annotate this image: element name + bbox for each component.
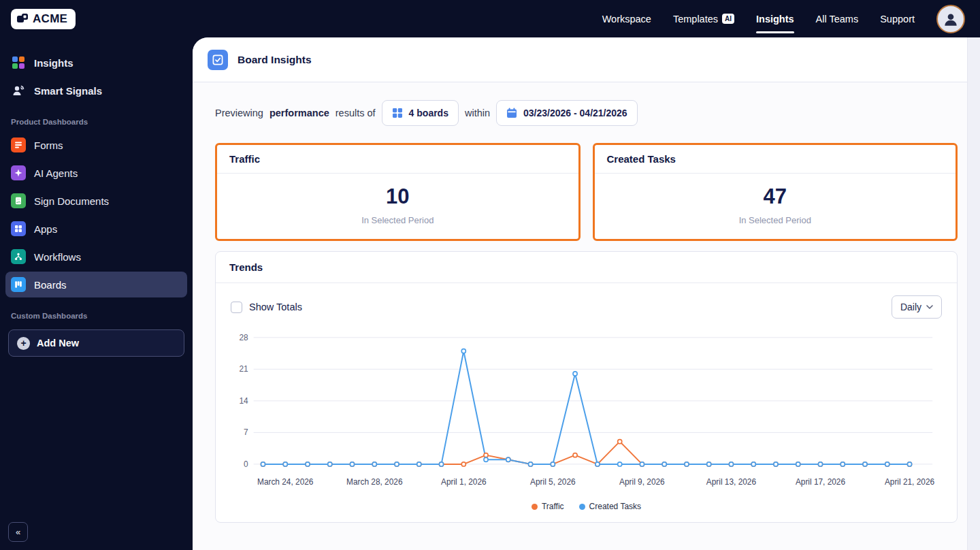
acme-logo-icon: [16, 13, 29, 25]
svg-text:28: 28: [240, 333, 249, 342]
trends-card: Trends Show Totals Daily 07142128March 2…: [215, 251, 958, 523]
stat-body: 10 In Selected Period: [217, 174, 578, 239]
interval-select[interactable]: Daily: [892, 295, 942, 319]
svg-text:April 17, 2026: April 17, 2026: [796, 477, 846, 487]
legend-dot-icon: [579, 504, 585, 510]
board-insights-header: Board Insights: [193, 37, 980, 82]
acme-logo[interactable]: ACME: [11, 9, 76, 29]
stat-value: 10: [217, 184, 578, 209]
boards-selector-label: 4 boards: [409, 108, 448, 118]
sidebar: Insights Smart Signals Product Dashboard…: [0, 37, 193, 550]
nav-label: Templates: [673, 14, 718, 25]
sidebar-item-label: Boards: [34, 279, 67, 291]
svg-text:April 1, 2026: April 1, 2026: [441, 477, 487, 487]
plus-icon: +: [17, 337, 30, 350]
legend-item: Traffic: [532, 502, 564, 511]
nav-label: Support: [880, 14, 915, 25]
chart-legend: TrafficCreated Tasks: [216, 500, 957, 522]
boards-icon: [11, 277, 26, 292]
svg-text:April 5, 2026: April 5, 2026: [530, 477, 576, 487]
svg-text:March 24, 2026: March 24, 2026: [257, 477, 314, 487]
sign-documents-icon: [11, 193, 26, 208]
show-totals-checkbox[interactable]: [231, 302, 242, 313]
nav-item-templates[interactable]: Templates AI: [673, 14, 734, 25]
sidebar-item-label: AI Agents: [34, 167, 78, 179]
sidebar-item-workflows[interactable]: Workflows: [5, 244, 187, 270]
legend-dot-icon: [532, 504, 538, 510]
forms-icon: [11, 138, 26, 152]
svg-text:7: 7: [244, 427, 248, 437]
main-panel: Board Insights Previewing performance re…: [193, 37, 980, 550]
sidebar-item-smart-signals[interactable]: Smart Signals: [5, 78, 187, 103]
stat-body: 47 In Selected Period: [595, 174, 956, 239]
trends-title: Trends: [216, 252, 957, 283]
preview-text-within: within: [465, 108, 490, 118]
scrollbar-track[interactable]: [967, 37, 980, 550]
insights-icon: [11, 55, 26, 70]
boards-grid-icon: [392, 108, 403, 118]
stat-caption: In Selected Period: [595, 215, 956, 225]
svg-text:21: 21: [240, 364, 249, 374]
user-avatar[interactable]: [936, 5, 965, 33]
interval-select-value: Daily: [900, 302, 921, 312]
workflows-icon: [11, 249, 26, 264]
sidebar-item-ai-agents[interactable]: AI Agents: [5, 160, 187, 186]
smart-signals-icon: [11, 83, 26, 98]
svg-text:April 21, 2026: April 21, 2026: [885, 477, 935, 487]
stats-row: Traffic 10 In Selected Period Created Ta…: [215, 143, 958, 241]
sidebar-item-label: Smart Signals: [34, 85, 102, 97]
boards-selector-button[interactable]: 4 boards: [382, 100, 459, 126]
preview-text-previewing: Previewing: [215, 108, 263, 118]
sidebar-item-apps[interactable]: Apps: [5, 216, 187, 242]
preview-row: Previewing performance results of 4 boar…: [215, 100, 958, 126]
calendar-icon: [506, 108, 517, 118]
nav-item-support[interactable]: Support: [880, 14, 915, 25]
sidebar-item-label: Forms: [34, 140, 63, 151]
ai-agents-icon: [11, 165, 26, 180]
app-root: { "nav": { "logo_text": "ACME", "items":…: [0, 0, 980, 550]
sidebar-item-label: Insights: [34, 57, 74, 69]
logo-text: ACME: [33, 12, 67, 26]
board-insights-icon: [208, 50, 228, 70]
top-navbar: ACME Workspace Templates AI Insights All…: [0, 0, 980, 37]
preview-metric: performance: [270, 108, 329, 118]
svg-text:14: 14: [240, 396, 249, 406]
sidebar-item-label: Workflows: [34, 251, 81, 263]
collapse-icon: «: [16, 527, 20, 537]
nav-label: Insights: [756, 14, 794, 25]
sidebar-item-insights[interactable]: Insights: [5, 50, 187, 76]
panel-body: Previewing performance results of 4 boar…: [193, 82, 980, 523]
sidebar-item-sign-documents[interactable]: Sign Documents: [5, 188, 187, 214]
sidebar-item-label: Apps: [34, 223, 57, 235]
sidebar-item-boards[interactable]: Boards: [5, 272, 187, 297]
sidebar-item-forms[interactable]: Forms: [5, 132, 187, 158]
sidebar-item-label: Sign Documents: [34, 195, 109, 207]
person-icon: [942, 10, 960, 28]
section-label-product-dashboards: Product Dashboards: [0, 106, 193, 130]
trends-controls: Show Totals Daily: [216, 283, 957, 321]
collapse-sidebar-button[interactable]: «: [8, 522, 28, 542]
stat-title: Traffic: [217, 145, 578, 174]
trends-chart: 07142128March 24, 2026March 28, 2026Apri…: [216, 321, 957, 500]
nav-item-all-teams[interactable]: All Teams: [816, 14, 859, 25]
ai-badge: AI: [722, 14, 734, 24]
page-title: Board Insights: [238, 54, 312, 66]
stat-caption: In Selected Period: [217, 215, 578, 225]
legend-item: Created Tasks: [579, 502, 641, 511]
svg-text:March 28, 2026: March 28, 2026: [346, 477, 403, 487]
date-range-button[interactable]: 03/23/2026 - 04/21/2026: [496, 100, 638, 126]
apps-icon: [11, 221, 26, 236]
nav-item-insights[interactable]: Insights: [756, 14, 794, 25]
nav-item-workspace[interactable]: Workspace: [602, 14, 651, 25]
stat-title: Created Tasks: [595, 145, 956, 174]
nav-label: All Teams: [816, 14, 859, 25]
svg-text:April 9, 2026: April 9, 2026: [619, 477, 665, 487]
add-new-label: Add New: [37, 338, 79, 349]
add-new-button[interactable]: + Add New: [8, 329, 184, 357]
stat-value: 47: [595, 184, 956, 209]
nav-links: Workspace Templates AI Insights All Team…: [602, 5, 965, 33]
date-range-label: 03/23/2026 - 04/21/2026: [523, 108, 627, 118]
preview-text-results-of: results of: [336, 108, 376, 118]
show-totals-checkbox-row[interactable]: Show Totals: [231, 302, 302, 313]
section-label-custom-dashboards: Custom Dashboards: [0, 300, 193, 324]
